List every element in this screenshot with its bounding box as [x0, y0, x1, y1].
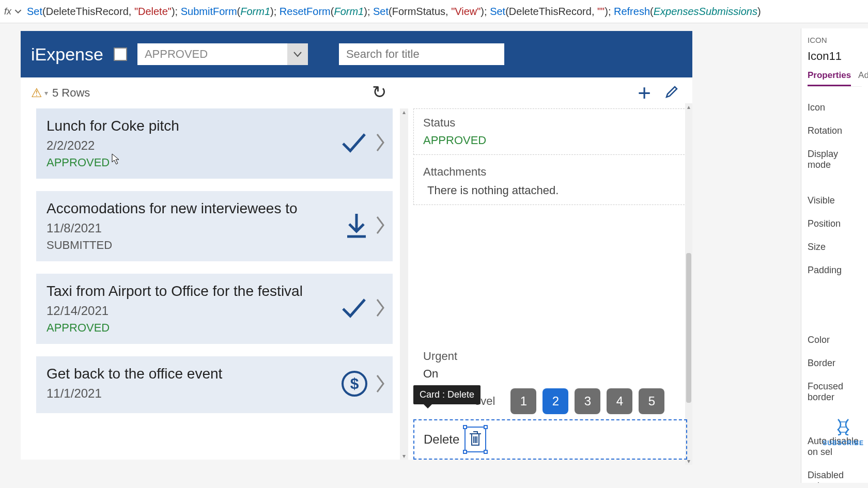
formula-text[interactable]: Set(DeleteThisRecord, "Delete"); SubmitF… [27, 5, 761, 18]
list-toolbar: ⚠ ▾ 5 Rows ↻ + [21, 77, 692, 108]
search-input[interactable] [339, 43, 504, 65]
item-title: Taxi from Airport to Office for the fest… [47, 283, 382, 300]
list-item[interactable]: Accomodations for new interviewees to11/… [36, 191, 393, 261]
fx-label: fx [4, 6, 11, 17]
item-date: 12/14/2021 [47, 304, 382, 318]
edit-icon[interactable] [663, 84, 680, 102]
chevron-right-icon[interactable] [375, 132, 385, 155]
app-canvas: iExpense APPROVED ⚠ ▾ 5 Rows ↻ + Lunch f… [21, 31, 692, 460]
main-area: Lunch for Coke pitch2/2/2022APPROVEDAcco… [21, 108, 692, 460]
properties-panel: ICON Icon11 Properties Adva IconRotation… [801, 28, 868, 483]
chevron-down-icon [293, 51, 302, 57]
prop-row[interactable]: Disabled color [808, 464, 862, 483]
urgent-card: Urgent On [413, 344, 687, 386]
trash-icon[interactable] [468, 430, 483, 447]
status-card: Status APPROVED [413, 108, 687, 155]
refresh-icon[interactable]: ↻ [372, 82, 386, 102]
scroll-down-icon[interactable]: ▾ [400, 452, 408, 460]
prop-row[interactable]: Size [808, 235, 862, 259]
prop-row[interactable]: Icon [808, 96, 862, 119]
chevron-right-icon[interactable] [375, 215, 385, 238]
delete-label: Delete [424, 432, 459, 447]
level-button-1[interactable]: 1 [510, 388, 536, 414]
status-dropdown[interactable]: APPROVED [137, 43, 308, 65]
chevron-right-icon[interactable] [375, 297, 385, 320]
prop-row[interactable]: Focused border [808, 375, 862, 409]
prop-row[interactable]: Rotation [808, 119, 862, 143]
chevron-right-icon[interactable] [375, 373, 385, 396]
check-icon[interactable] [340, 296, 368, 321]
prop-row[interactable]: Padding [808, 259, 862, 282]
prop-row[interactable]: Color [808, 328, 862, 352]
item-title: Accomodations for new interviewees to [47, 200, 382, 217]
item-date: 2/2/2022 [47, 138, 382, 153]
add-icon[interactable]: + [638, 80, 651, 106]
level-button-3[interactable]: 3 [575, 388, 600, 414]
attachments-value: There is nothing attached. [423, 184, 677, 197]
trash-icon-selection[interactable] [464, 427, 486, 452]
detail-panel: ▴ ▾ Status APPROVED Attachments There is… [408, 108, 692, 460]
item-title: Get back to the office event [47, 366, 382, 382]
level-button-5[interactable]: 5 [639, 388, 664, 414]
scroll-up-icon[interactable]: ▴ [685, 103, 692, 111]
status-label: Status [423, 116, 677, 130]
dropdown-value: APPROVED [145, 48, 208, 61]
urgent-value: On [423, 367, 677, 381]
expense-list: Lunch for Coke pitch2/2/2022APPROVEDAcco… [21, 108, 408, 460]
control-name: Icon11 [808, 50, 862, 63]
dna-icon [833, 417, 854, 437]
dropdown-button[interactable] [287, 43, 308, 65]
chevron-down-icon[interactable]: ▾ [44, 89, 48, 97]
attachments-card: Attachments There is nothing attached. [413, 158, 687, 205]
item-status: SUBMITTED [47, 239, 382, 252]
subscribe-label: SUBSCRIBE [823, 439, 864, 447]
attachments-label: Attachments [423, 165, 677, 179]
level-card: Card : Delete evel 12345 [413, 386, 687, 416]
check-icon[interactable] [340, 131, 368, 156]
formula-bar[interactable]: fx Set(DeleteThisRecord, "Delete"); Subm… [0, 0, 868, 23]
props-tabs: Properties Adva [808, 70, 862, 87]
tab-advanced[interactable]: Adva [858, 70, 868, 86]
item-status: APPROVED [47, 156, 382, 169]
item-date: 11/1/2021 [47, 386, 382, 401]
prop-row[interactable]: Position [808, 212, 862, 235]
item-title: Lunch for Coke pitch [47, 118, 382, 134]
list-scrollbar[interactable]: ▴ ▾ [400, 108, 408, 460]
props-section-label: ICON [808, 36, 862, 44]
scroll-up-icon[interactable]: ▴ [400, 108, 408, 116]
row-count-label: 5 Rows [52, 86, 90, 100]
card-tooltip: Card : Delete [413, 385, 481, 404]
app-title: iExpense [31, 44, 103, 65]
level-button-2[interactable]: 2 [542, 388, 568, 414]
tab-properties[interactable]: Properties [808, 70, 851, 86]
item-status: APPROVED [47, 321, 382, 335]
prop-row[interactable]: Display mode [808, 143, 862, 177]
level-button-4[interactable]: 4 [607, 388, 632, 414]
app-header: iExpense APPROVED [21, 31, 692, 77]
svg-text:$: $ [350, 375, 359, 392]
urgent-label: Urgent [423, 350, 677, 363]
filter-checkbox[interactable] [114, 48, 127, 61]
dollar-icon[interactable]: $ [341, 370, 368, 399]
list-item[interactable]: Get back to the office event11/1/2021$ [36, 356, 393, 413]
list-item[interactable]: Lunch for Coke pitch2/2/2022APPROVED [36, 108, 393, 179]
subscribe-badge[interactable]: SUBSCRIBE [823, 417, 864, 447]
warning-icon[interactable]: ⚠ [31, 86, 42, 100]
status-value: APPROVED [423, 134, 677, 147]
prop-row[interactable]: Visible [808, 189, 862, 212]
item-date: 11/8/2021 [47, 221, 382, 235]
download-icon[interactable] [345, 212, 368, 241]
chevron-down-icon[interactable] [14, 8, 22, 15]
delete-card[interactable]: Delete [413, 419, 687, 460]
prop-row[interactable]: Border [808, 352, 862, 375]
list-item[interactable]: Taxi from Airport to Office for the fest… [36, 274, 393, 344]
